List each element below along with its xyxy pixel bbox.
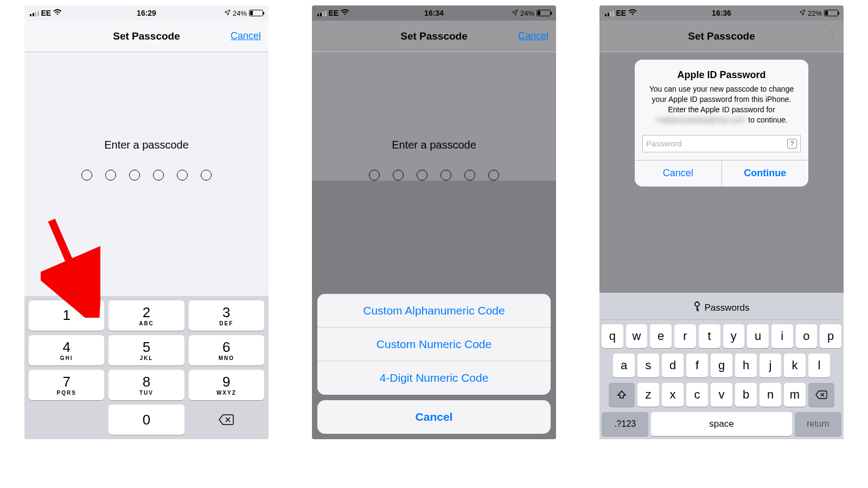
key-h[interactable]: h xyxy=(735,354,757,377)
sheet-custom-alphanumeric[interactable]: Custom Alphanumeric Code xyxy=(317,294,551,328)
key-z[interactable]: z xyxy=(637,383,659,407)
key-3[interactable]: 3DEF xyxy=(189,300,264,331)
appleid-alert: Apple ID Password You can use your new p… xyxy=(635,60,808,187)
key-q[interactable]: q xyxy=(602,324,623,348)
key-b[interactable]: b xyxy=(735,383,757,407)
location-icon xyxy=(224,9,231,17)
status-bar: EE 16:29 24% xyxy=(24,5,269,21)
sheet-custom-numeric[interactable]: Custom Numeric Code xyxy=(317,328,551,361)
nav-title: Set Passcode xyxy=(688,30,755,42)
key-a[interactable]: a xyxy=(613,354,635,377)
battery-icon xyxy=(537,10,551,16)
key-5[interactable]: 5JKL xyxy=(108,335,184,365)
passwords-suggestion[interactable]: Passwords xyxy=(602,296,841,320)
key-o[interactable]: o xyxy=(796,324,818,348)
status-bar: EE 16:34 24% xyxy=(312,5,556,21)
key-6[interactable]: 6MNO xyxy=(189,335,264,365)
key-x[interactable]: x xyxy=(662,383,684,407)
key-4[interactable]: 4GHI xyxy=(29,335,104,365)
key-0[interactable]: 0 xyxy=(108,404,184,435)
help-icon[interactable]: ? xyxy=(787,139,797,149)
key-c[interactable]: c xyxy=(686,383,708,407)
space-key[interactable]: space xyxy=(651,412,792,436)
kb-row1: q w e r t y u i o p xyxy=(602,324,841,348)
svg-point-10 xyxy=(695,302,699,306)
location-icon xyxy=(799,9,806,17)
location-icon xyxy=(512,9,518,17)
sheet-4digit[interactable]: 4-Digit Numeric Code xyxy=(317,361,551,395)
backspace-key[interactable] xyxy=(189,404,264,435)
nav-title: Set Passcode xyxy=(400,30,468,42)
clock-label: 16:36 xyxy=(712,9,731,17)
svg-line-5 xyxy=(833,37,834,38)
status-bar: EE 16:36 22% xyxy=(599,5,844,21)
alert-title: Apple ID Password xyxy=(643,69,800,81)
spinner-icon xyxy=(825,29,836,43)
passcode-prompt: Enter a passcode xyxy=(104,139,189,151)
battery-icon xyxy=(249,10,263,16)
key-r[interactable]: r xyxy=(674,324,696,348)
svg-line-3 xyxy=(833,31,834,33)
battery-icon xyxy=(824,10,838,16)
carrier-label: EE xyxy=(41,9,52,17)
signal-icon xyxy=(605,10,614,16)
alert-message: You can use your new passcode to change … xyxy=(643,84,800,125)
passcode-dots xyxy=(81,170,212,181)
key-u[interactable]: u xyxy=(747,324,769,348)
key-8[interactable]: 8TUV xyxy=(108,370,184,400)
carrier-label: EE xyxy=(329,9,339,17)
key-d[interactable]: d xyxy=(662,354,684,377)
key-n[interactable]: n xyxy=(760,383,781,407)
qwerty-keyboard: Passwords q w e r t y u i o p a s d f g … xyxy=(599,293,844,439)
key-y[interactable]: y xyxy=(723,324,745,348)
battery-pct: 24% xyxy=(233,9,247,17)
backspace-key[interactable] xyxy=(808,383,834,407)
screen-appleid-alert: EE 16:36 22% Set Passcode Apple ID Passw… xyxy=(599,5,844,439)
wifi-icon xyxy=(53,9,62,17)
battery-pct: 24% xyxy=(520,9,534,17)
key-icon xyxy=(693,301,701,314)
passcode-prompt: Enter a passcode xyxy=(392,139,476,151)
passcode-dots xyxy=(369,170,499,181)
action-sheet: Custom Alphanumeric Code Custom Numeric … xyxy=(317,294,551,434)
key-w[interactable]: w xyxy=(626,324,648,348)
key-j[interactable]: j xyxy=(760,354,781,377)
key-blank xyxy=(29,404,104,435)
key-f[interactable]: f xyxy=(686,354,708,377)
svg-line-1 xyxy=(52,220,87,301)
key-s[interactable]: s xyxy=(637,354,659,377)
cancel-button[interactable]: Cancel xyxy=(231,30,261,42)
password-input[interactable]: Password ? xyxy=(642,135,801,152)
cancel-button[interactable]: Cancel xyxy=(518,30,548,42)
alert-continue-button[interactable]: Continue xyxy=(722,160,809,187)
signal-icon xyxy=(30,10,39,16)
shift-key[interactable] xyxy=(609,383,635,407)
key-k[interactable]: k xyxy=(784,354,806,377)
password-placeholder: Password xyxy=(646,139,682,148)
kb-row3: z x c v b n m xyxy=(602,383,841,407)
screen-passcode-entry: EE 16:29 24% Set Passcode Cancel Enter a… xyxy=(24,5,269,439)
alert-cancel-button[interactable]: Cancel xyxy=(635,160,722,187)
return-key[interactable]: return xyxy=(795,412,841,436)
battery-pct: 22% xyxy=(808,9,822,17)
key-i[interactable]: i xyxy=(771,324,793,348)
carrier-label: EE xyxy=(616,9,627,17)
numbers-key[interactable]: .?123 xyxy=(602,412,648,436)
key-9[interactable]: 9WXYZ xyxy=(189,370,264,400)
key-p[interactable]: p xyxy=(820,324,841,348)
signal-icon xyxy=(317,10,327,16)
svg-line-7 xyxy=(827,37,828,38)
annotation-arrow-icon xyxy=(41,215,100,318)
key-7[interactable]: 7PQRS xyxy=(29,370,104,400)
key-t[interactable]: t xyxy=(699,324,720,348)
key-2[interactable]: 2ABC xyxy=(108,300,184,331)
sheet-cancel[interactable]: Cancel xyxy=(317,400,551,434)
svg-line-9 xyxy=(827,31,828,33)
key-m[interactable]: m xyxy=(784,383,806,407)
nav-bar: Set Passcode xyxy=(599,21,844,52)
key-v[interactable]: v xyxy=(711,383,732,407)
key-e[interactable]: e xyxy=(650,324,672,348)
key-l[interactable]: l xyxy=(808,354,830,377)
nav-title: Set Passcode xyxy=(113,30,180,42)
key-g[interactable]: g xyxy=(711,354,732,377)
